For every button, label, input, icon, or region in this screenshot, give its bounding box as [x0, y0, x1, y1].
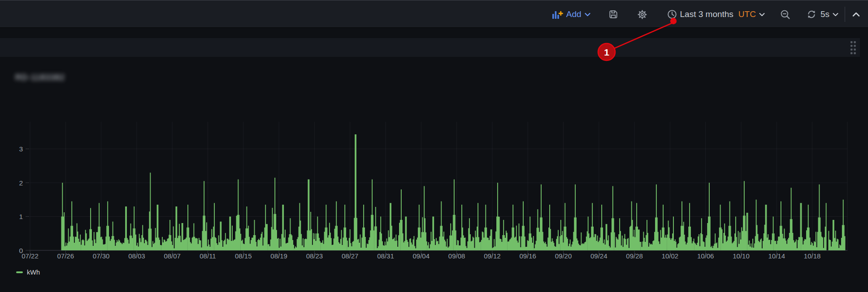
- legend-item-kwh[interactable]: kWh: [16, 269, 40, 276]
- x-tick-label: 10/02: [662, 252, 679, 260]
- x-tick-label: 08/11: [200, 252, 216, 260]
- x-tick-label: 08/31: [377, 252, 394, 260]
- x-tick-label: 08/23: [306, 252, 323, 260]
- x-tick-label: 09/08: [448, 252, 465, 260]
- x-tick-label: 09/12: [484, 252, 501, 260]
- x-tick-label: 10/18: [804, 252, 821, 260]
- x-tick-label: 07/26: [57, 252, 74, 260]
- x-tick-label: 10/06: [697, 252, 714, 260]
- x-tick-label: 08/07: [164, 252, 181, 260]
- x-tick-label: 08/15: [235, 252, 252, 260]
- x-tick-label: 09/04: [413, 252, 430, 260]
- x-tick-label: 07/30: [93, 252, 110, 260]
- kwh-series-bars: [61, 134, 845, 250]
- x-tick-label: 09/16: [519, 252, 536, 260]
- grafana-dashboard: Add: [0, 0, 868, 292]
- x-tick-label: 08/19: [270, 252, 287, 260]
- x-tick-label: 09/24: [590, 252, 608, 260]
- x-tick-label: 09/28: [626, 252, 643, 260]
- y-tick-label: 1: [19, 213, 23, 220]
- timeseries-chart-plot[interactable]: 07/2207/2607/3008/0308/0708/1108/1508/19…: [0, 0, 868, 292]
- x-tick-label: 08/27: [342, 252, 359, 260]
- x-tick-label: 08/03: [128, 252, 145, 260]
- y-tick-label: 3: [19, 145, 23, 153]
- legend-label: kWh: [27, 269, 40, 276]
- legend-swatch: [16, 271, 23, 273]
- x-tick-label: 07/22: [22, 252, 39, 260]
- y-tick-label: 2: [19, 179, 23, 187]
- x-tick-label: 10/10: [733, 252, 750, 260]
- x-tick-label: 10/14: [768, 252, 786, 260]
- y-tick-label: 0: [19, 247, 23, 254]
- x-tick-label: 09/20: [555, 252, 572, 260]
